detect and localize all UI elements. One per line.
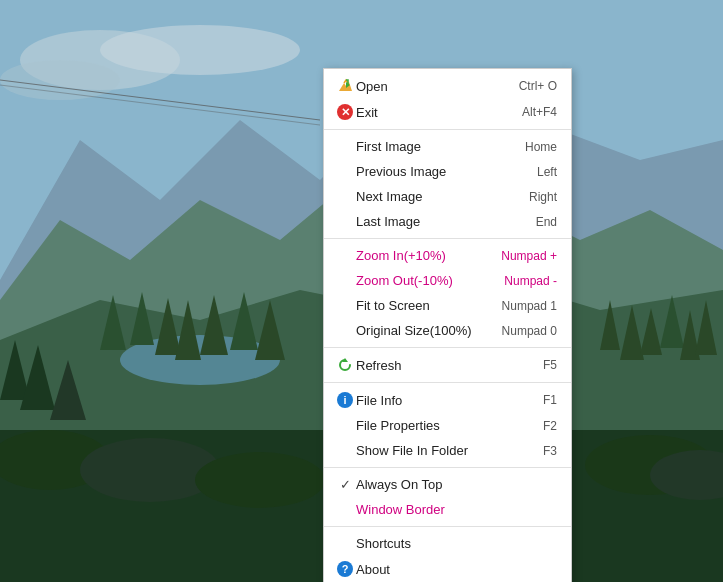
open-icon bbox=[334, 78, 356, 94]
show-file-in-folder-shortcut: F3 bbox=[543, 444, 557, 458]
info-circle-icon: i bbox=[337, 392, 353, 408]
menu-item-file-properties[interactable]: File Properties F2 bbox=[324, 413, 571, 438]
exit-shortcut: Alt+F4 bbox=[522, 105, 557, 119]
about-icon: ? bbox=[334, 561, 356, 577]
divider-1 bbox=[324, 129, 571, 130]
original-size-shortcut: Numpad 0 bbox=[502, 324, 557, 338]
menu-item-zoom-in[interactable]: Zoom In(+10%) Numpad + bbox=[324, 243, 571, 268]
svg-point-2 bbox=[100, 25, 300, 75]
zoom-out-shortcut: Numpad - bbox=[504, 274, 557, 288]
menu-item-next-image[interactable]: Next Image Right bbox=[324, 184, 571, 209]
previous-image-label: Previous Image bbox=[356, 164, 507, 179]
original-size-label: Original Size(100%) bbox=[356, 323, 472, 338]
first-image-shortcut: Home bbox=[525, 140, 557, 154]
menu-item-first-image[interactable]: First Image Home bbox=[324, 134, 571, 159]
first-image-label: First Image bbox=[356, 139, 495, 154]
divider-4 bbox=[324, 382, 571, 383]
menu-item-about[interactable]: ? About bbox=[324, 556, 571, 582]
svg-point-28 bbox=[80, 438, 220, 502]
question-circle-icon: ? bbox=[337, 561, 353, 577]
checkmark-icon: ✓ bbox=[334, 477, 356, 492]
menu-item-last-image[interactable]: Last Image End bbox=[324, 209, 571, 234]
shortcuts-label: Shortcuts bbox=[356, 536, 527, 551]
menu-item-window-border[interactable]: Window Border bbox=[324, 497, 571, 522]
menu-item-previous-image[interactable]: Previous Image Left bbox=[324, 159, 571, 184]
last-image-shortcut: End bbox=[536, 215, 557, 229]
zoom-in-label: Zoom In(+10%) bbox=[356, 248, 471, 263]
refresh-label: Refresh bbox=[356, 358, 513, 373]
divider-5 bbox=[324, 467, 571, 468]
window-border-label: Window Border bbox=[356, 502, 527, 517]
menu-item-refresh[interactable]: Refresh F5 bbox=[324, 352, 571, 378]
zoom-in-shortcut: Numpad + bbox=[501, 249, 557, 263]
always-on-top-label: Always On Top bbox=[356, 477, 527, 492]
about-label: About bbox=[356, 562, 527, 577]
menu-item-file-info[interactable]: i File Info F1 bbox=[324, 387, 571, 413]
menu-item-fit-to-screen[interactable]: Fit to Screen Numpad 1 bbox=[324, 293, 571, 318]
file-properties-label: File Properties bbox=[356, 418, 513, 433]
divider-2 bbox=[324, 238, 571, 239]
exit-label: Exit bbox=[356, 105, 492, 120]
next-image-shortcut: Right bbox=[529, 190, 557, 204]
file-info-label: File Info bbox=[356, 393, 513, 408]
menu-item-always-on-top[interactable]: ✓ Always On Top bbox=[324, 472, 571, 497]
menu-item-exit[interactable]: ✕ Exit Alt+F4 bbox=[324, 99, 571, 125]
last-image-label: Last Image bbox=[356, 214, 506, 229]
file-info-icon: i bbox=[334, 392, 356, 408]
open-shortcut: Ctrl+ O bbox=[519, 79, 557, 93]
zoom-out-label: Zoom Out(-10%) bbox=[356, 273, 474, 288]
menu-item-shortcuts[interactable]: Shortcuts bbox=[324, 531, 571, 556]
next-image-label: Next Image bbox=[356, 189, 499, 204]
menu-item-original-size[interactable]: Original Size(100%) Numpad 0 bbox=[324, 318, 571, 343]
context-menu: Open Ctrl+ O ✕ Exit Alt+F4 First Image H… bbox=[323, 68, 572, 582]
menu-item-open[interactable]: Open Ctrl+ O bbox=[324, 73, 571, 99]
refresh-icon bbox=[334, 357, 356, 373]
menu-item-zoom-out[interactable]: Zoom Out(-10%) Numpad - bbox=[324, 268, 571, 293]
menu-item-show-file-in-folder[interactable]: Show File In Folder F3 bbox=[324, 438, 571, 463]
file-properties-shortcut: F2 bbox=[543, 419, 557, 433]
divider-6 bbox=[324, 526, 571, 527]
fit-to-screen-shortcut: Numpad 1 bbox=[502, 299, 557, 313]
exit-icon: ✕ bbox=[334, 104, 356, 120]
svg-point-3 bbox=[0, 60, 120, 100]
svg-point-29 bbox=[195, 452, 325, 508]
previous-image-shortcut: Left bbox=[537, 165, 557, 179]
divider-3 bbox=[324, 347, 571, 348]
refresh-shortcut: F5 bbox=[543, 358, 557, 372]
exit-x-icon: ✕ bbox=[337, 104, 353, 120]
open-label: Open bbox=[356, 79, 489, 94]
fit-to-screen-label: Fit to Screen bbox=[356, 298, 472, 313]
show-file-in-folder-label: Show File In Folder bbox=[356, 443, 513, 458]
file-info-shortcut: F1 bbox=[543, 393, 557, 407]
